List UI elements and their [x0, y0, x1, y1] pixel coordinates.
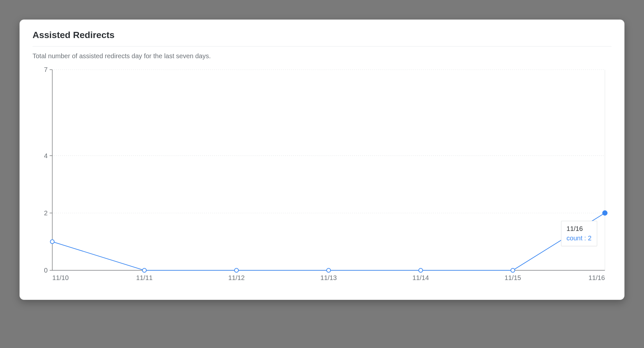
- svg-point-26: [511, 268, 515, 272]
- svg-text:11/10: 11/10: [52, 274, 69, 281]
- chart-title: Assisted Redirects: [33, 30, 611, 47]
- tooltip-metric: count : 2: [567, 234, 592, 242]
- svg-text:0: 0: [44, 267, 47, 274]
- svg-point-27: [603, 211, 607, 215]
- svg-text:11/15: 11/15: [504, 274, 521, 281]
- tooltip-date: 11/16: [567, 225, 592, 233]
- tooltip-metric-value: 2: [588, 234, 591, 242]
- svg-point-24: [327, 268, 330, 272]
- svg-text:11/12: 11/12: [228, 274, 245, 281]
- tooltip-separator: :: [583, 234, 588, 242]
- svg-text:2: 2: [44, 209, 47, 217]
- line-chart-svg[interactable]: 024711/1011/1111/1211/1311/1411/1511/16: [33, 63, 611, 287]
- chart-card: Assisted Redirects Total number of assis…: [20, 20, 624, 300]
- svg-text:11/13: 11/13: [320, 274, 337, 281]
- svg-text:11/11: 11/11: [136, 274, 153, 281]
- svg-text:4: 4: [44, 152, 47, 159]
- svg-point-23: [235, 268, 238, 272]
- svg-point-21: [50, 240, 54, 244]
- tooltip-metric-name: count: [567, 234, 583, 242]
- svg-point-22: [142, 268, 146, 272]
- chart-subtitle: Total number of assisted redirects day f…: [33, 52, 611, 60]
- svg-point-25: [419, 268, 423, 272]
- svg-text:11/16: 11/16: [588, 274, 605, 281]
- chart-tooltip: 11/16 count : 2: [561, 221, 597, 246]
- chart-area[interactable]: 024711/1011/1111/1211/1311/1411/1511/16 …: [33, 63, 611, 287]
- svg-text:7: 7: [44, 66, 47, 73]
- svg-text:11/14: 11/14: [412, 274, 429, 281]
